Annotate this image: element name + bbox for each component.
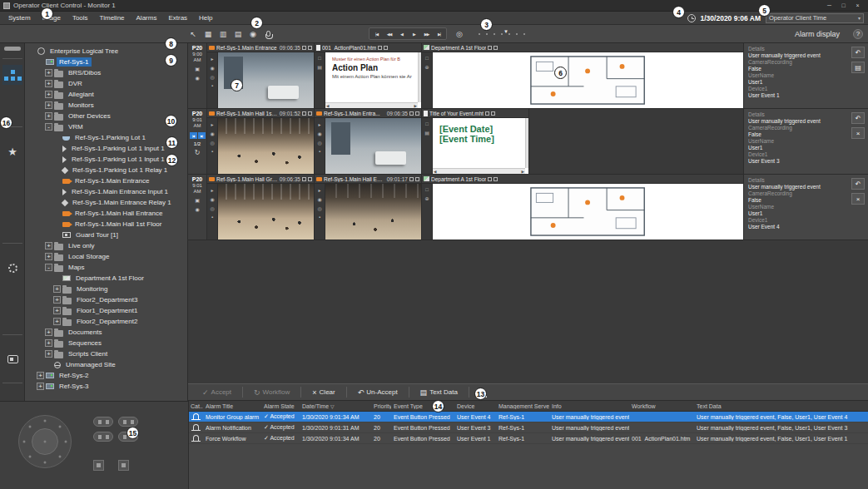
play-forward-button[interactable]: ▶: [408, 29, 420, 39]
pane-maximize-icon[interactable]: [415, 111, 419, 116]
time-zone-select[interactable]: Operator Client Time ▾: [766, 13, 864, 23]
ptz-preset-button-1[interactable]: [93, 460, 104, 471]
map-image-pane[interactable]: Department A 1st Floor□⊕: [422, 175, 744, 240]
horizontal-scrollbar[interactable]: ◀▶: [433, 168, 525, 174]
tree-item[interactable]: +Floor2_Department3: [27, 294, 187, 305]
pane-popout-icon[interactable]: [409, 111, 414, 116]
tree-item[interactable]: Ref-Sys-1.Main Hall Entrance: [27, 208, 187, 219]
maximize-pane-icon[interactable]: □: [425, 56, 429, 61]
doc-image-pane[interactable]: 001_ActionPlan01.htm□▤Muster für einen A…: [315, 43, 422, 108]
pane-maximize-icon[interactable]: [308, 46, 312, 50]
menu-extras[interactable]: Extras: [162, 12, 193, 23]
pane-maximize-icon[interactable]: [494, 177, 498, 181]
ptz-preset-button-2[interactable]: [118, 460, 129, 471]
tree-expander[interactable]: +: [45, 339, 52, 347]
tree-item[interactable]: +Floor2_Department2: [27, 316, 187, 327]
print-snapshot-icon[interactable]: ▤: [231, 27, 245, 41]
maximize-pane-icon[interactable]: □: [425, 121, 429, 126]
collapse-handle[interactable]: [4, 47, 21, 51]
pane-popout-icon[interactable]: [302, 177, 306, 181]
pane-maximize-icon[interactable]: [415, 177, 419, 181]
tree-expander[interactable]: +: [45, 80, 52, 87]
tree-item[interactable]: Ref-Sys-1.Parking Lot 1 Input 1: [27, 154, 187, 165]
column-header-9[interactable]: Workflow: [629, 403, 694, 409]
dome-control-icon[interactable]: ◎: [210, 74, 214, 80]
textdata-button[interactable]: ▤Text Data: [413, 387, 465, 398]
tree-item[interactable]: Unmanaged Site: [27, 359, 187, 370]
cameo-layout-icon[interactable]: ▥: [216, 27, 230, 41]
map-image-pane[interactable]: Department A 1st Floor□⊕: [422, 43, 744, 108]
clear-alarm-button[interactable]: ×: [851, 193, 865, 205]
maximize-pane-icon[interactable]: □: [318, 56, 321, 61]
tree-expander[interactable]: +: [45, 91, 52, 98]
pane-select-pointer-icon[interactable]: ↖: [186, 27, 200, 41]
instant-playback-icon[interactable]: ▸: [211, 187, 213, 193]
tree-item[interactable]: Ref-Sys-1.Parking Lot 1 Input 1: [27, 143, 187, 154]
video-image-pane[interactable]: Ref-Sys-1.Main Hall Entra...09:01:17▸◉◎▪: [315, 175, 422, 240]
alarm-list-row[interactable]: Monitor Group alarm✓ Accepted1/30/2020 9…: [188, 412, 868, 422]
stream-icon[interactable]: ▪: [211, 149, 213, 154]
timeline-search-icon[interactable]: ◎: [453, 27, 466, 41]
tree-item[interactable]: +Other Devices: [27, 111, 187, 121]
tree-item[interactable]: +Monitoring: [27, 284, 187, 294]
tree-item[interactable]: +DVR: [27, 78, 187, 89]
minimize-button[interactable]: ─: [822, 1, 836, 11]
dome-control-icon[interactable]: ◎: [210, 205, 214, 211]
column-header-0[interactable]: Cat...: [188, 403, 203, 409]
tree-expander[interactable]: +: [53, 318, 61, 325]
skip-forward-button[interactable]: ▶|: [433, 29, 445, 39]
unaccept-alarm-button[interactable]: ↶: [851, 112, 865, 124]
alarm-monitor-group-icon[interactable]: ▦: [201, 27, 215, 41]
next-alarm-button[interactable]: ▶|: [198, 132, 206, 139]
instant-playback-icon[interactable]: ▸: [318, 121, 320, 127]
stream-icon[interactable]: ▪: [319, 149, 320, 154]
video-image-pane[interactable]: Ref-Sys-1.Main Hall 1st Fl...09:01:52▸◉◎…: [207, 109, 315, 174]
tree-item[interactable]: -VRM: [27, 121, 187, 132]
tree-expander[interactable]: +: [45, 253, 52, 260]
doc-image-pane[interactable]: Title of Your Event.mht□▤[Event Date] [E…: [422, 109, 529, 174]
column-header-3[interactable]: Date/Time▽: [300, 403, 371, 409]
pane-popout-icon[interactable]: [302, 46, 306, 50]
menu-tools[interactable]: Tools: [67, 12, 94, 23]
ptz-joystick[interactable]: [18, 415, 72, 468]
ptz-iris-control[interactable]: [93, 432, 113, 442]
tree-expander[interactable]: +: [53, 296, 61, 304]
maximize-button[interactable]: □: [836, 1, 851, 11]
pane-maximize-icon[interactable]: [491, 111, 495, 116]
tree-expander[interactable]: +: [45, 69, 52, 77]
alarm-list-row[interactable]: Force Workflow✓ Accepted1/30/2020 9:01:3…: [188, 433, 868, 444]
floor-plan-image[interactable]: [530, 187, 645, 236]
tree-item[interactable]: +Sequences: [27, 338, 187, 348]
tree-item[interactable]: Ref-Sys-1.Main Hall 1st Floor: [27, 219, 187, 230]
image-capture-icon[interactable]: ◉: [317, 131, 321, 136]
filter-funnel-icon[interactable]: ▽: [330, 404, 335, 409]
map-zoom-icon[interactable]: ⊕: [424, 195, 429, 201]
tree-item[interactable]: +Live only: [27, 240, 187, 251]
tree-expander[interactable]: +: [37, 372, 44, 379]
microphone-icon[interactable]: [261, 27, 275, 41]
dome-control-icon[interactable]: ◎: [210, 140, 214, 146]
unaccept-alarm-button[interactable]: ↶: [851, 47, 865, 58]
clear-alarm-button[interactable]: ×: [851, 127, 865, 139]
image-capture-icon[interactable]: ◉: [210, 196, 214, 202]
video-image[interactable]: [218, 118, 314, 174]
vertical-scrollbar[interactable]: [418, 52, 421, 102]
video-image-pane[interactable]: Ref-Sys-1.Main Entra...09:06:35▸◉◎▪: [315, 109, 422, 174]
video-image-pane[interactable]: Ref-Sys-1.Main Hall Grd Fl...09:06:35▸◉◎…: [207, 175, 315, 240]
print-pane-icon[interactable]: ▤: [424, 130, 429, 136]
pane-maximize-icon[interactable]: [384, 46, 388, 50]
horizontal-scrollbar[interactable]: ◀▶: [325, 102, 418, 108]
fast-forward-button[interactable]: ▶▶: [420, 29, 433, 39]
unaccept-button[interactable]: ↶Un-Accept: [350, 387, 405, 398]
video-image[interactable]: [325, 118, 421, 174]
tree-item[interactable]: +Documents: [27, 327, 187, 338]
favorites-tab[interactable]: ★: [2, 141, 22, 161]
tree-item[interactable]: +Ref-Sys-3: [27, 381, 187, 392]
ptz-zoom-control[interactable]: [93, 417, 113, 427]
dome-control-icon[interactable]: ◎: [317, 205, 321, 211]
column-header-6[interactable]: Device: [454, 403, 496, 409]
tree-expander[interactable]: +: [53, 307, 61, 314]
instant-playback-icon[interactable]: ▸: [211, 121, 213, 127]
tree-expander[interactable]: +: [45, 112, 52, 120]
tree-expander[interactable]: +: [45, 350, 52, 358]
